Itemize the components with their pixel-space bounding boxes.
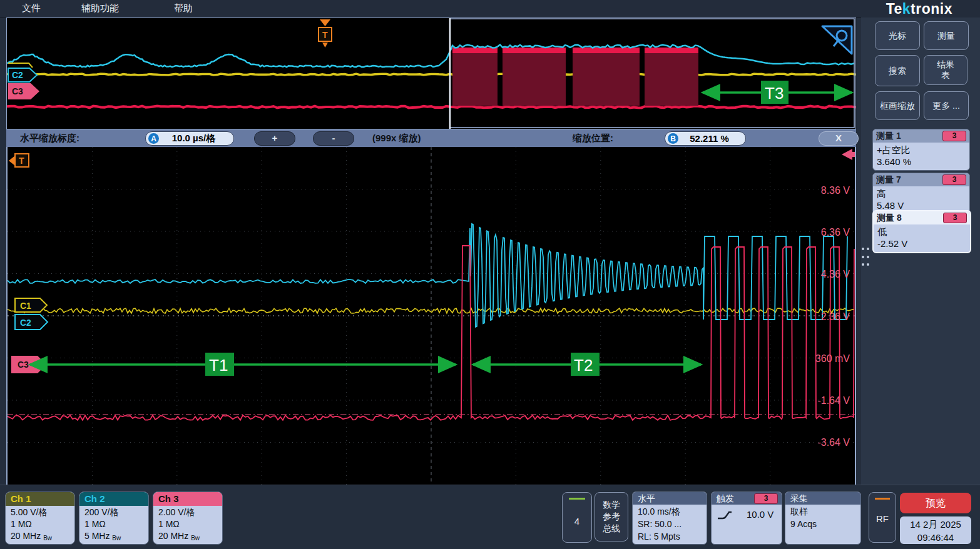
voltage-label-3: 2.36 V [821, 311, 850, 322]
zoom-scale-value: 10.0 µs/格 [159, 133, 233, 144]
ch1-badge[interactable]: Ch 1 5.00 V/格 1 MΩ 20 MHz Bw [5, 491, 75, 545]
ch4-badge[interactable]: 4 [562, 492, 592, 543]
main-ch1-tag[interactable]: C1 [15, 298, 47, 312]
measurement-badge-7[interactable]: 测量 7 3 高 5.48 V [872, 173, 970, 214]
menu-bar: 文件 辅助功能 帮助 Tektronix [0, 0, 980, 18]
ch2-trace [8, 224, 847, 327]
bus-label: 总线 [595, 523, 628, 535]
ch2-bw-suffix: Bw [112, 535, 121, 541]
measurement-8-name: 低 [877, 226, 966, 238]
overview-trigger-label: T [322, 30, 328, 40]
voltage-label-4: 360 mV [815, 353, 850, 364]
main-trigger-label: T [19, 156, 24, 166]
knob-a-icon: A [148, 133, 159, 144]
logo-tronix: tronix [911, 1, 952, 17]
main-trigger-marker[interactable]: T [9, 154, 29, 167]
more-button[interactable]: 更多 ... [924, 91, 969, 120]
zoom-out-button[interactable]: - [313, 131, 354, 146]
voltage-label-0: 8.36 V [821, 185, 850, 196]
overview-ch3-tag-label: C3 [12, 86, 23, 96]
ch1-badge-body: 5.00 V/格 1 MΩ 20 MHz Bw [6, 506, 74, 544]
overview-ch2-tag[interactable]: C2 [8, 68, 37, 82]
overview-ch1-trace [7, 74, 855, 75]
measurement-badge-8[interactable]: 测量 8 3 低 -2.52 V [872, 210, 971, 253]
acquisition-badge-body: 取样 9 Acqs [785, 505, 860, 530]
main-svg: 8.36 V 6.36 V 4.36 V 2.36 V 360 mV -1.64… [8, 147, 855, 485]
zoom-in-button[interactable]: + [254, 131, 295, 146]
overview-ch1-tag[interactable] [8, 63, 33, 68]
horizontal-badge-header: 水平 [633, 492, 707, 505]
ch3-badge-body: 2.00 V/格 1 MΩ 20 MHz Bw [153, 506, 222, 544]
t1-label: T1 [209, 356, 228, 375]
zoom-position-value: 52.211 % [678, 133, 745, 144]
measurement-8-source-badge: 3 [943, 213, 967, 223]
measurement-1-name: +占空比 [877, 144, 966, 156]
ch3-impedance: 1 MΩ [158, 518, 222, 530]
zoom-close-button[interactable]: X [819, 131, 859, 146]
ch1-bandwidth: 20 MHz Bw [11, 530, 74, 544]
zoom-position-label: 缩放位置: [573, 133, 613, 144]
ch3-badge[interactable]: Ch 3 2.00 V/格 1 MΩ 20 MHz Bw [153, 491, 223, 545]
preview-button[interactable]: 预览 [900, 493, 971, 513]
ch2-badge[interactable]: Ch 2 200 V/格 1 MΩ 5 MHz Bw [79, 491, 149, 545]
trigger-level: 10.0 V [747, 508, 773, 521]
ch3-trace [8, 246, 854, 420]
menu-help[interactable]: 帮助 [174, 3, 193, 14]
ch2-scale: 200 V/格 [84, 506, 148, 518]
panel-divider-handle[interactable] [862, 248, 869, 269]
rf-color-bar [875, 498, 890, 500]
t2-annotation: T2 [473, 353, 701, 376]
menu-file[interactable]: 文件 [22, 3, 41, 14]
ch1-badge-header: Ch 1 [6, 492, 74, 506]
cursor-button[interactable]: 光标 [875, 21, 920, 50]
acquisition-mode: 取样 [790, 505, 860, 518]
horizontal-scale: 10.0 ms/格 [638, 505, 707, 518]
rf-badge[interactable]: RF [869, 492, 896, 543]
trigger-position-arrow[interactable] [842, 149, 855, 160]
draw-zoom-button[interactable]: 框画缩放 [875, 91, 920, 120]
results-table-button[interactable]: 结果表 [924, 55, 967, 85]
horizontal-zoom-bar: 水平缩放标度: A 10.0 µs/格 + - (999x 缩放) 缩放位置: … [6, 129, 856, 147]
overview-ch2-tag-label: C2 [12, 70, 23, 80]
logo-te: Te [886, 1, 902, 17]
search-button[interactable]: 搜索 [875, 55, 920, 86]
overview-ch3-trace [7, 106, 855, 108]
rising-edge-icon [717, 509, 733, 520]
trigger-badge[interactable]: 触发 3 10.0 V [711, 491, 782, 545]
ch2-impedance: 1 MΩ [84, 518, 148, 530]
trigger-title: 触发 [717, 493, 754, 505]
ch3-bw-suffix: Bw [191, 535, 200, 541]
measurement-1-title: 测量 1 [876, 131, 942, 142]
ch3-badge-header: Ch 3 [153, 492, 222, 506]
measurement-8-header: 测量 8 3 [874, 211, 970, 224]
ch1-impedance: 1 MΩ [11, 518, 74, 530]
acquisition-count: 9 Acqs [790, 518, 860, 530]
measure-button[interactable]: 测量 [924, 21, 969, 50]
zoom-scale-label: 水平缩放标度: [20, 133, 79, 144]
zoom-tool-icon[interactable] [822, 26, 852, 54]
acquisition-badge[interactable]: 采集 取样 9 Acqs [785, 491, 861, 545]
overview-svg: T T3 C2 C3 [7, 18, 855, 129]
measurement-7-source-badge: 3 [942, 174, 966, 185]
menu-utility[interactable]: 辅助功能 [81, 3, 119, 14]
overview-ch3-tag[interactable]: C3 [8, 83, 39, 99]
ch2-bandwidth: 5 MHz Bw [84, 530, 148, 544]
main-ch2-tag[interactable]: C2 [15, 315, 48, 330]
trigger-badge-header: 触发 3 [712, 492, 782, 505]
measurement-badge-1[interactable]: 测量 1 3 +占空比 3.640 % [872, 129, 970, 171]
voltage-label-1: 6.36 V [821, 227, 850, 238]
trigger-badge-body: 10.0 V [712, 505, 782, 521]
logo-k: k [902, 1, 911, 17]
voltage-label-2: 4.36 V [821, 269, 850, 280]
measurement-1-value: 3.640 % [877, 156, 966, 168]
math-ref-bus-button[interactable]: 数学 参考 总线 [595, 492, 628, 541]
ref-label: 参考 [595, 511, 628, 523]
bottom-status-bar: Ch 1 5.00 V/格 1 MΩ 20 MHz Bw Ch 2 200 V/… [0, 485, 980, 549]
zoom-position-control[interactable]: B 52.211 % [665, 131, 746, 146]
t3-label: T3 [765, 84, 783, 103]
measurement-8-body: 低 -2.52 V [874, 224, 970, 252]
overview-trigger-marker[interactable]: T [319, 19, 332, 48]
overview-ch2-trace [7, 45, 854, 68]
horizontal-badge[interactable]: 水平 10.0 ms/格 SR: 50.0 ... RL: 5 Mpts [632, 491, 707, 545]
zoom-scale-control[interactable]: A 10.0 µs/格 [145, 131, 234, 146]
